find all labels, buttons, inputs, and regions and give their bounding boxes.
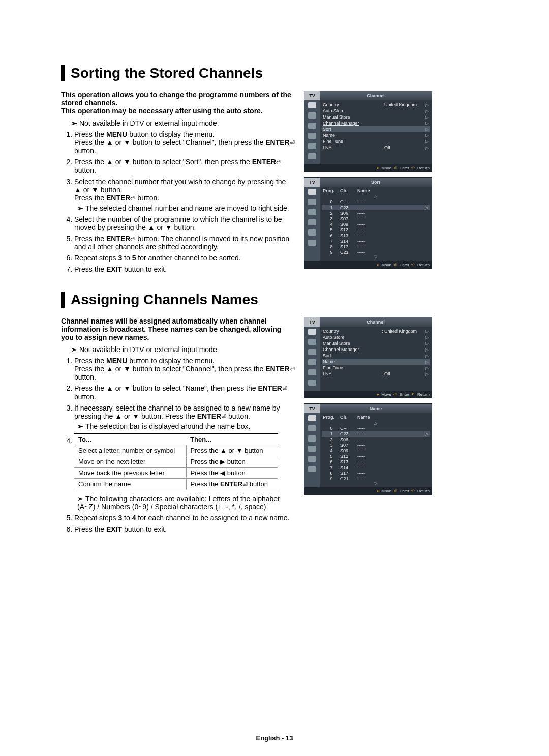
menu-name[interactable]: Name▷ — [322, 132, 430, 138]
picture-mode-icon — [308, 329, 316, 335]
intro-2: Channel names will be assigned automatic… — [61, 317, 295, 341]
channel-row[interactable]: 9C21----- — [322, 476, 430, 481]
menu-lna[interactable]: LNA: Off▷ — [322, 371, 430, 377]
step-7: Press the EXIT button to exit. — [74, 265, 295, 273]
step-3: Select the channel number that you wish … — [74, 178, 295, 212]
s2-step-3: If necessary, select the channel to be a… — [74, 404, 295, 430]
picture-mode-icon — [308, 102, 316, 108]
channel-row[interactable]: 5S12----- — [322, 453, 430, 459]
channel-row[interactable]: 8S17----- — [322, 470, 430, 476]
sort-list-header: Prog. Ch. Name — [322, 188, 430, 194]
setup-icon — [308, 133, 316, 139]
section1-row: This operation allows you to change the … — [61, 91, 498, 276]
menu-sort[interactable]: Sort▷ — [322, 353, 430, 359]
osd-sort-main: Prog. Ch. Name △ 0C-------1C23-----2S06-… — [320, 187, 432, 261]
manual-page: Sorting the Stored Channels This operati… — [0, 0, 549, 756]
channel-row[interactable]: 3S07----- — [322, 216, 430, 221]
menu-channel-manager[interactable]: Channel Manager▷ — [322, 346, 430, 353]
enter-icon: ⏎ — [290, 139, 295, 147]
enter-icon: ⏎ — [221, 413, 226, 420]
section2-text: Channel names will be assigned automatic… — [61, 317, 295, 536]
step-6: Repeat steps 3 to 5 for another channel … — [74, 254, 295, 262]
setup-icon — [308, 219, 316, 225]
sort-rows: 0C-------1C23-----2S06-----3S07-----4S09… — [322, 199, 430, 255]
menu-country[interactable]: Country: United Kingdom▷ — [322, 328, 430, 334]
input-icon — [308, 143, 316, 149]
scroll-down-icon: ▽ — [322, 481, 430, 486]
channel-row[interactable]: 6S13----- — [322, 232, 430, 238]
channel-row[interactable]: 6S13----- — [322, 459, 430, 464]
s2-step3-subnote: The selection bar is displayed around th… — [77, 422, 295, 430]
menu-name[interactable]: Name▷ — [322, 359, 430, 365]
osd-footer-1: ♦Move ⏎Enter ↶Return — [304, 164, 432, 171]
channel-row[interactable]: 0C------- — [322, 199, 430, 205]
s2-step-5: Repeat steps 3 to 4 for each channel to … — [74, 514, 295, 522]
channel-row[interactable]: 1C23----- — [322, 205, 430, 210]
section-title-assigning: Assigning Channels Names — [61, 292, 498, 308]
osd-column-1: TV Channel Country: United Kingdom▷ A — [304, 91, 432, 274]
channel-icon — [308, 123, 316, 129]
name-rows: 0C-------1C23-----2S06-----3S07-----4S09… — [322, 425, 430, 481]
th-then: Then... — [186, 434, 278, 445]
s2-step-2: Press the ▲ or ▼ button to select "Name"… — [74, 384, 295, 400]
name-list-header: Prog. Ch. Name — [322, 415, 430, 421]
sound-icon — [308, 112, 316, 119]
sound-icon — [308, 425, 316, 431]
note-dtv-1: Not available in DTV or external input m… — [71, 119, 295, 127]
picture-mode-icon — [308, 189, 316, 195]
osd-title-channel: Channel — [320, 91, 432, 100]
table-row: Move back the previous letterPress the ◀… — [74, 468, 278, 479]
osd-main-1: Country: United Kingdom▷ Auto Store▷ Man… — [320, 100, 432, 164]
sound-icon — [308, 339, 316, 345]
step-4: Select the number of the programme to wh… — [74, 215, 295, 231]
menu-sort[interactable]: Sort▷ — [322, 126, 430, 132]
menu-auto-store[interactable]: Auto Store▷ — [322, 334, 430, 340]
menu-channel-manager[interactable]: Channel Manager▷ — [322, 120, 430, 126]
menu-manual-store[interactable]: Manual Store▷ — [322, 114, 430, 120]
channel-row[interactable]: 3S07----- — [322, 442, 430, 448]
input-icon — [308, 456, 316, 462]
menu-fine-tune[interactable]: Fine Tune▷ — [322, 138, 430, 144]
channel-row[interactable]: 2S06----- — [322, 437, 430, 442]
section1-text: This operation allows you to change the … — [61, 91, 295, 276]
action-table: To... Then... Select a letter, number or… — [74, 433, 278, 490]
channel-row[interactable]: 4S09----- — [322, 448, 430, 453]
scroll-up-icon: △ — [322, 421, 430, 425]
channel-row[interactable]: 8S17----- — [322, 244, 430, 249]
channel-row[interactable]: 2S06----- — [322, 210, 430, 216]
enter-icon: ⏎ — [130, 195, 135, 202]
channel-icon — [308, 349, 316, 355]
note-dtv-2: Not available in DTV or external input m… — [71, 345, 295, 354]
step-2: Press the ▲ or ▼ button to select "Sort"… — [74, 158, 295, 174]
menu-auto-store[interactable]: Auto Store▷ — [322, 108, 430, 114]
channel-row[interactable]: 1C23----- — [322, 431, 430, 437]
osd-name-list: TV Name Prog. Ch. — [304, 403, 432, 495]
table-row: Select a letter, number or symbolPress t… — [74, 445, 278, 456]
menu-fine-tune[interactable]: Fine Tune▷ — [322, 365, 430, 371]
intro-1: This operation allows you to change the … — [61, 91, 295, 115]
channel-row[interactable]: 0C------- — [322, 425, 430, 431]
table-row: Confirm the namePress the ENTER⏎ button — [74, 479, 278, 490]
intro-line1: This operation allows you to change the … — [61, 91, 291, 107]
menu-country[interactable]: Country: United Kingdom▷ — [322, 102, 430, 108]
channel-row[interactable]: 4S09----- — [322, 221, 430, 227]
osd-column-2: TV Channel Country: United Kingdom▷ A — [304, 317, 432, 500]
dtv-icon — [308, 466, 316, 472]
channel-row[interactable]: 5S12----- — [322, 227, 430, 232]
input-icon — [308, 369, 316, 375]
osd-sort-list: TV Sort Prog. Ch. — [304, 177, 432, 269]
steps-list-2: Press the MENU button to display the men… — [61, 357, 295, 533]
section-title-sorting: Sorting the Stored Channels — [61, 65, 498, 81]
enter-icon: ⏎ — [282, 386, 287, 393]
channel-icon — [308, 435, 316, 442]
s2-step-4: To... Then... Select a letter, number or… — [74, 433, 295, 511]
channel-row[interactable]: 7S14----- — [322, 238, 430, 244]
channel-row[interactable]: 9C21----- — [322, 249, 430, 255]
dtv-icon — [308, 240, 316, 246]
step-5: Press the ENTER⏎ button. The channel is … — [74, 235, 295, 251]
menu-manual-store[interactable]: Manual Store▷ — [322, 340, 430, 346]
channel-row[interactable]: 7S14----- — [322, 464, 430, 470]
osd-channel-name: TV Channel Country: United Kingdom▷ A — [304, 317, 432, 398]
osd-tv-label: TV — [304, 91, 320, 100]
menu-lna[interactable]: LNA: Off▷ — [322, 144, 430, 151]
